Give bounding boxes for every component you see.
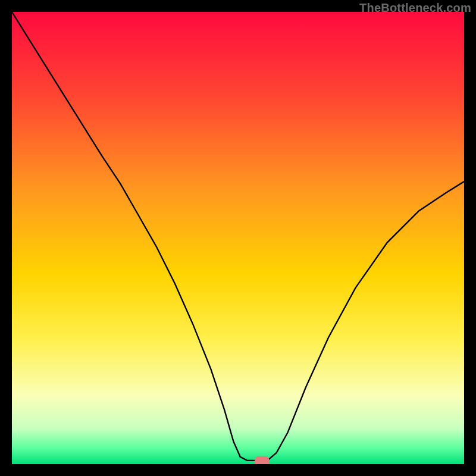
optimum-marker [255,456,269,464]
chart-frame: TheBottleneck.com [0,0,476,476]
bottleneck-chart [12,12,464,464]
gradient-background [12,12,464,464]
